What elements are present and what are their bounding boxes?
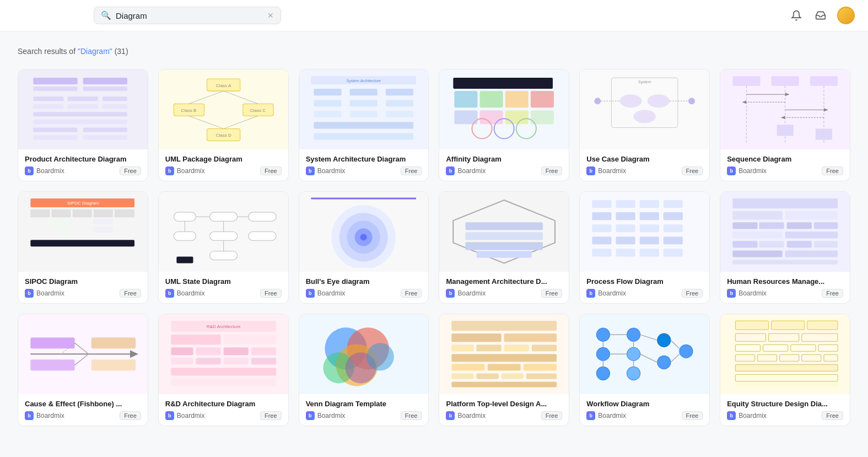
svg-point-184	[366, 343, 394, 370]
template-card[interactable]: System Use Case Diagram b Boardmix Free	[579, 69, 710, 181]
svg-rect-92	[72, 227, 91, 232]
svg-rect-197	[477, 374, 499, 379]
card-thumbnail	[299, 314, 429, 394]
svg-rect-227	[735, 345, 760, 351]
svg-rect-31	[350, 89, 378, 95]
card-info: Venn Diagram Template b Boardmix Free	[299, 394, 429, 426]
svg-rect-4	[33, 96, 63, 101]
clear-search-icon[interactable]: ✕	[267, 11, 274, 20]
template-card[interactable]: Class A Class B Class C Class D UML Pack…	[158, 69, 289, 181]
svg-rect-62	[732, 76, 760, 86]
free-badge: Free	[260, 289, 282, 298]
template-card[interactable]: R&D Architecture R&D Architecture Diagra…	[158, 314, 289, 426]
svg-rect-191	[532, 345, 557, 351]
boardmix-icon: b	[727, 289, 736, 298]
card-thumbnail	[159, 192, 288, 272]
avatar[interactable]	[837, 7, 855, 24]
svg-text:SIPOC Diagram: SIPOC Diagram	[67, 201, 99, 206]
notification-button[interactable]	[789, 8, 804, 23]
boardmix-icon: b	[446, 166, 455, 175]
provider-logo: b Boardmix	[446, 166, 486, 175]
svg-rect-190	[504, 345, 529, 351]
svg-rect-123	[664, 200, 683, 208]
svg-rect-220	[735, 321, 768, 330]
template-card[interactable]: Management Architecture D... b Boardmix …	[439, 191, 569, 304]
template-card[interactable]: Venn Diagram Template b Boardmix Free	[299, 314, 429, 426]
free-badge: Free	[541, 289, 563, 298]
card-thumbnail	[299, 192, 429, 272]
template-card[interactable]: Sequence Diagram b Boardmix Free	[720, 69, 850, 181]
free-badge: Free	[260, 166, 282, 175]
svg-rect-177	[171, 368, 276, 376]
svg-rect-117	[466, 233, 543, 240]
card-info: Process Flow Diagram b Boardmix Free	[580, 272, 709, 303]
boardmix-icon: b	[586, 166, 595, 175]
template-card[interactable]: System Architecture System Architecture …	[299, 69, 429, 181]
svg-line-218	[671, 340, 680, 348]
card-meta: b Boardmix Free	[25, 166, 141, 175]
template-card[interactable]: UML State Diagram b Boardmix Free	[158, 191, 289, 304]
svg-rect-167	[171, 335, 220, 345]
svg-rect-173	[171, 358, 193, 365]
inbox-button[interactable]	[813, 8, 828, 23]
svg-rect-233	[780, 355, 799, 362]
free-badge: Free	[401, 411, 422, 420]
template-card[interactable]: Human Resources Manage... b Boardmix Fre…	[720, 191, 850, 304]
svg-rect-41	[454, 78, 553, 89]
svg-rect-30	[314, 89, 342, 95]
svg-rect-97	[209, 212, 237, 221]
provider-logo: b Boardmix	[306, 411, 346, 420]
svg-rect-159	[91, 360, 135, 371]
template-card[interactable]: Platform Top-level Design A... b Boardmi…	[439, 314, 569, 426]
boardmix-icon: b	[25, 289, 34, 298]
svg-rect-133	[616, 237, 635, 245]
free-badge: Free	[401, 289, 422, 298]
free-badge: Free	[541, 166, 563, 175]
card-meta: b Boardmix Free	[165, 411, 282, 420]
svg-rect-99	[174, 232, 196, 241]
card-meta: b Boardmix Free	[25, 289, 141, 298]
template-card[interactable]: Product Architecture Diagram b Boardmix …	[18, 69, 148, 181]
svg-point-208	[657, 356, 671, 369]
provider-name: Boardmix	[457, 167, 486, 175]
svg-marker-69	[785, 93, 790, 96]
free-badge: Free	[682, 166, 703, 175]
svg-point-202	[596, 347, 610, 361]
boardmix-icon: b	[306, 411, 315, 420]
template-card[interactable]: Process Flow Diagram b Boardmix Free	[579, 191, 710, 304]
provider-logo: b Boardmix	[727, 411, 767, 420]
free-badge: Free	[822, 289, 843, 298]
card-title: Product Architecture Diagram	[25, 155, 141, 163]
svg-rect-189	[477, 345, 502, 351]
template-card[interactable]: Affinity Diagram b Boardmix Free	[439, 69, 569, 181]
template-card[interactable]: Workflow Diagram b Boardmix Free	[579, 314, 710, 426]
search-results-label: Search results of "Diagram" (31)	[18, 47, 850, 56]
svg-line-27	[223, 116, 257, 129]
svg-rect-237	[735, 375, 838, 381]
card-info: Use Case Diagram b Boardmix Free	[580, 149, 709, 181]
template-card[interactable]: Cause & Effect (Fishbone) ... b Boardmix…	[18, 314, 148, 426]
card-thumbnail	[720, 314, 850, 394]
provider-logo: b Boardmix	[165, 289, 205, 298]
svg-rect-35	[386, 100, 413, 106]
svg-rect-238	[735, 383, 838, 387]
provider-name: Boardmix	[317, 289, 346, 297]
provider-logo: b Boardmix	[25, 289, 64, 298]
svg-rect-84	[115, 209, 134, 217]
template-card[interactable]: Bull's Eye diagram b Boardmix Free	[299, 191, 429, 304]
svg-text:R&D Architecture: R&D Architecture	[206, 324, 240, 329]
template-grid: Product Architecture Diagram b Boardmix …	[18, 69, 850, 426]
card-info: UML Package Diagram b Boardmix Free	[159, 149, 288, 181]
template-card[interactable]: SIPOC Diagram SIPOC Diagram b B	[18, 191, 148, 304]
card-info: Equity Structure Design Dia... b Boardmi…	[720, 394, 850, 426]
svg-point-57	[634, 110, 656, 123]
card-thumbnail	[580, 314, 709, 394]
svg-rect-124	[592, 212, 611, 220]
search-input[interactable]	[116, 11, 263, 20]
card-title: UML State Diagram	[165, 277, 282, 286]
card-thumbnail: System	[580, 69, 709, 149]
template-card[interactable]: Equity Structure Design Dia... b Boardmi…	[720, 314, 850, 426]
card-thumbnail: System Architecture	[299, 69, 429, 149]
svg-point-206	[627, 367, 640, 380]
svg-rect-235	[824, 355, 838, 362]
